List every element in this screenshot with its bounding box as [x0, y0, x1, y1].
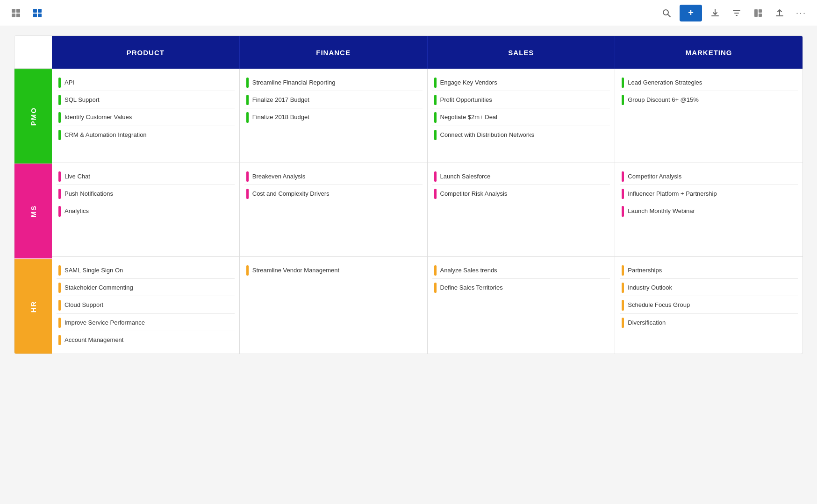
- card-item-text: Breakeven Analysis: [252, 171, 305, 182]
- list-item[interactable]: SQL Support: [57, 92, 235, 108]
- cell-hr-col-0: SAML Single Sign OnStakeholder Commentin…: [52, 257, 240, 354]
- add-button[interactable]: +: [680, 5, 702, 21]
- card-item-text: CRM & Automation Integration: [64, 130, 147, 140]
- filter-button[interactable]: [728, 5, 745, 21]
- list-item[interactable]: API: [57, 75, 235, 91]
- card-accent-bar: [622, 206, 624, 216]
- list-item[interactable]: SAML Single Sign On: [57, 263, 235, 279]
- list-item[interactable]: Group Discount 6+ @15%: [620, 92, 798, 108]
- list-item[interactable]: Partnerships: [620, 263, 798, 279]
- card-item-text: Cost and Complexity Drivers: [252, 189, 330, 199]
- list-item[interactable]: Cost and Complexity Drivers: [244, 186, 423, 202]
- svg-rect-12: [759, 14, 762, 17]
- list-item[interactable]: Define Sales Territories: [432, 280, 610, 296]
- list-item[interactable]: Live Chat: [57, 169, 235, 185]
- card-item-text: API: [64, 78, 74, 88]
- card-accent-bar: [246, 95, 249, 105]
- list-item[interactable]: Launch Monthly Webinar: [620, 203, 798, 219]
- card-item-text: Streamline Vendor Management: [252, 265, 339, 276]
- list-item[interactable]: Diversification: [620, 315, 798, 331]
- board: PMO MS HR PRODUCT FINANCE SALES MARKETIN…: [14, 35, 803, 354]
- list-item[interactable]: Push Notifications: [57, 186, 235, 202]
- card-accent-bar: [58, 283, 61, 293]
- card-item-text: Launch Salesforce: [440, 171, 491, 182]
- list-item[interactable]: Identify Customer Values: [57, 109, 235, 126]
- card-accent-bar: [622, 318, 624, 328]
- tiles-view-button[interactable]: [29, 5, 46, 21]
- card-accent-bar: [58, 335, 61, 345]
- cell-ms-col-0: Live ChatPush NotificationsAnalytics: [52, 163, 240, 256]
- card-item-text: Improve Service Performance: [64, 318, 145, 328]
- list-item[interactable]: Analytics: [57, 203, 235, 219]
- card-accent-bar: [58, 95, 61, 105]
- card-accent-bar: [58, 171, 61, 182]
- card-accent-bar: [434, 112, 437, 122]
- list-item[interactable]: Negotiate $2m+ Deal: [432, 109, 610, 126]
- add-icon: +: [688, 7, 694, 18]
- export-button[interactable]: [771, 5, 788, 21]
- card-item-text: Group Discount 6+ @15%: [628, 95, 699, 105]
- card-accent-bar: [246, 265, 249, 276]
- toolbar: + ···: [0, 0, 817, 26]
- grid-view-button[interactable]: [7, 5, 24, 21]
- list-item[interactable]: Breakeven Analysis: [244, 169, 423, 185]
- list-item[interactable]: Competitor Risk Analysis: [432, 186, 610, 202]
- card-accent-bar: [58, 130, 61, 140]
- card-item-text: Cloud Support: [64, 300, 103, 310]
- cell-hr-col-2: Analyze Sales trendsDefine Sales Territo…: [428, 257, 616, 354]
- card-accent-bar: [246, 189, 249, 199]
- search-button[interactable]: [658, 5, 675, 21]
- card-item-text: Engage Key Vendors: [440, 78, 497, 88]
- cell-hr-col-3: PartnershipsIndustry OutlookSchedule Foc…: [615, 257, 803, 354]
- list-item[interactable]: Finalize 2017 Budget: [244, 92, 423, 108]
- list-item[interactable]: Finalize 2018 Budget: [244, 109, 423, 125]
- card-item-text: Influencer Platform + Partnership: [628, 189, 717, 199]
- card-item-text: Finalize 2018 Budget: [252, 112, 309, 122]
- card-item-text: Industry Outlook: [628, 283, 672, 293]
- toolbar-left: [7, 5, 46, 21]
- list-item[interactable]: Cloud Support: [57, 297, 235, 313]
- list-item[interactable]: Profit Opportunities: [432, 92, 610, 108]
- layout-button[interactable]: [750, 5, 767, 21]
- col-header-marketing: MARKETING: [615, 36, 803, 69]
- list-item[interactable]: Improve Service Performance: [57, 315, 235, 331]
- list-item[interactable]: Competitor Analysis: [620, 169, 798, 185]
- cell-pmo-col-3: Lead Generation StrategiesGroup Discount…: [615, 69, 803, 163]
- svg-rect-6: [33, 14, 37, 17]
- svg-rect-7: [38, 14, 42, 17]
- list-item[interactable]: Connect with Distribution Networks: [432, 127, 610, 143]
- list-item[interactable]: Engage Key Vendors: [432, 75, 610, 91]
- list-item[interactable]: Account Management: [57, 332, 235, 348]
- cell-pmo-col-2: Engage Key VendorsProfit OpportunitiesNe…: [428, 69, 616, 163]
- card-accent-bar: [622, 171, 624, 182]
- card-accent-bar: [434, 171, 437, 182]
- card-item-text: Push Notifications: [64, 189, 113, 199]
- list-item[interactable]: Schedule Focus Group: [620, 297, 798, 313]
- list-item[interactable]: Industry Outlook: [620, 280, 798, 296]
- list-item[interactable]: Lead Generation Strategies: [620, 75, 798, 91]
- list-item[interactable]: Influencer Platform + Partnership: [620, 186, 798, 202]
- card-accent-bar: [622, 189, 624, 199]
- download-button[interactable]: [707, 5, 724, 21]
- columns-area: PRODUCT FINANCE SALES MARKETING APISQL S…: [52, 36, 803, 354]
- row-label-pmo: PMO: [14, 69, 52, 163]
- list-item[interactable]: Streamline Financial Reporting: [244, 75, 423, 91]
- card-accent-bar: [434, 189, 437, 199]
- card-accent-bar: [434, 95, 437, 105]
- card-accent-bar: [246, 78, 249, 88]
- list-item[interactable]: CRM & Automation Integration: [57, 127, 235, 143]
- list-item[interactable]: Analyze Sales trends: [432, 263, 610, 279]
- list-item[interactable]: Launch Salesforce: [432, 169, 610, 185]
- card-item-text: Profit Opportunities: [440, 95, 492, 105]
- list-item[interactable]: Stakeholder Commenting: [57, 280, 235, 296]
- row-label-hr: HR: [14, 259, 52, 354]
- card-accent-bar: [58, 265, 61, 276]
- svg-rect-10: [754, 9, 758, 17]
- card-item-text: SAML Single Sign On: [64, 265, 123, 276]
- col-header-sales: SALES: [428, 36, 616, 69]
- more-button[interactable]: ···: [793, 5, 810, 21]
- list-item[interactable]: Streamline Vendor Management: [244, 263, 423, 278]
- data-rows: APISQL SupportIdentify Customer ValuesCR…: [52, 69, 803, 354]
- card-item-text: Lead Generation Strategies: [628, 78, 702, 88]
- card-item-text: Competitor Risk Analysis: [440, 189, 508, 199]
